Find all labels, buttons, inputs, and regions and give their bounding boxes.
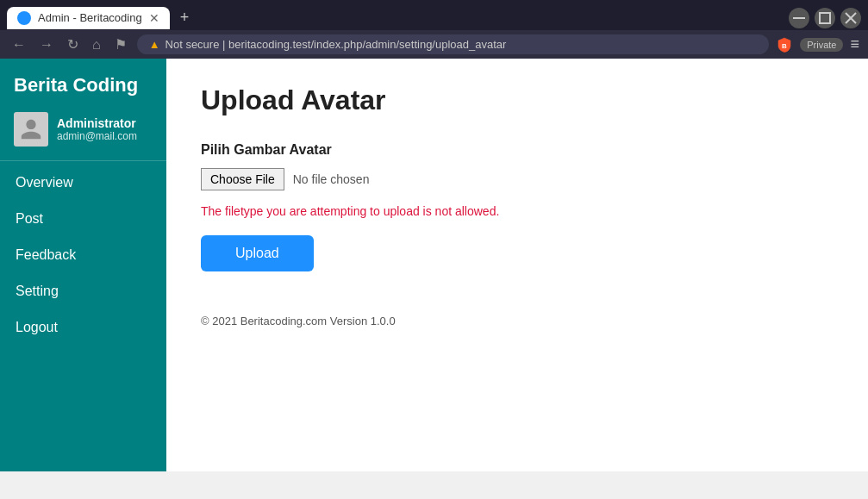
user-email: admin@mail.com	[57, 130, 137, 142]
page-title: Upload Avatar	[201, 84, 834, 116]
main-content-area: Upload Avatar Pilih Gambar Avatar Choose…	[166, 59, 868, 471]
sidebar-item-logout[interactable]: Logout	[0, 309, 166, 346]
svg-text:B: B	[782, 42, 787, 50]
tab-title: Admin - Beritacoding	[38, 11, 142, 24]
forward-button[interactable]: →	[36, 35, 57, 54]
user-name: Administrator	[57, 116, 137, 130]
sidebar-navigation: Overview Post Feedback Setting Logout	[0, 165, 166, 346]
user-details: Administrator admin@mail.com	[57, 116, 137, 142]
sidebar: Berita Coding Administrator admin@mail.c…	[0, 59, 166, 471]
upload-button[interactable]: Upload	[201, 235, 314, 271]
window-close-button[interactable]	[840, 8, 861, 28]
brave-shield-icon[interactable]: B	[776, 36, 793, 53]
error-message: The filetype you are attempting to uploa…	[201, 204, 834, 218]
svg-rect-1	[820, 13, 830, 23]
section-label: Pilih Gambar Avatar	[201, 142, 834, 158]
tab-favicon	[17, 11, 31, 25]
sidebar-brand: Berita Coding	[0, 59, 166, 105]
bookmark-button[interactable]: ⚑	[111, 34, 130, 54]
window-restore-button[interactable]	[815, 8, 835, 28]
address-bar: ← → ↻ ⌂ ⚑ ▲ Not secure | beritacoding.te…	[0, 30, 868, 59]
browser-chrome: Admin - Beritacoding ✕ +	[0, 0, 868, 59]
file-input-row: Choose File No file chosen	[201, 168, 834, 190]
sidebar-item-post[interactable]: Post	[0, 201, 166, 237]
browser-tab[interactable]: Admin - Beritacoding ✕	[7, 7, 170, 29]
sidebar-item-setting[interactable]: Setting	[0, 273, 166, 309]
sidebar-item-feedback[interactable]: Feedback	[0, 237, 166, 273]
security-warning-icon: ▲	[149, 38, 160, 51]
page-layout: Berita Coding Administrator admin@mail.c…	[0, 59, 868, 471]
footer: © 2021 Beritacoding.com Version 1.0.0	[166, 297, 868, 345]
window-minimize-button[interactable]	[789, 8, 809, 28]
sidebar-user-info: Administrator admin@mail.com	[0, 105, 166, 161]
home-button[interactable]: ⌂	[89, 35, 104, 54]
security-text: Not secure | beritacoding.test/index.php…	[165, 38, 507, 51]
address-input[interactable]: ▲ Not secure | beritacoding.test/index.p…	[137, 34, 770, 54]
sidebar-item-overview[interactable]: Overview	[0, 165, 166, 201]
browser-menu-button[interactable]: ≡	[850, 35, 859, 53]
tab-close-icon[interactable]: ✕	[149, 11, 159, 25]
svg-rect-0	[793, 17, 805, 19]
back-button[interactable]: ←	[9, 35, 29, 54]
no-file-text: No file chosen	[293, 172, 370, 186]
avatar	[14, 112, 48, 147]
private-badge: Private	[800, 38, 843, 52]
new-tab-button[interactable]: +	[173, 5, 197, 30]
choose-file-button[interactable]: Choose File	[201, 168, 284, 190]
reload-button[interactable]: ↻	[64, 34, 82, 54]
